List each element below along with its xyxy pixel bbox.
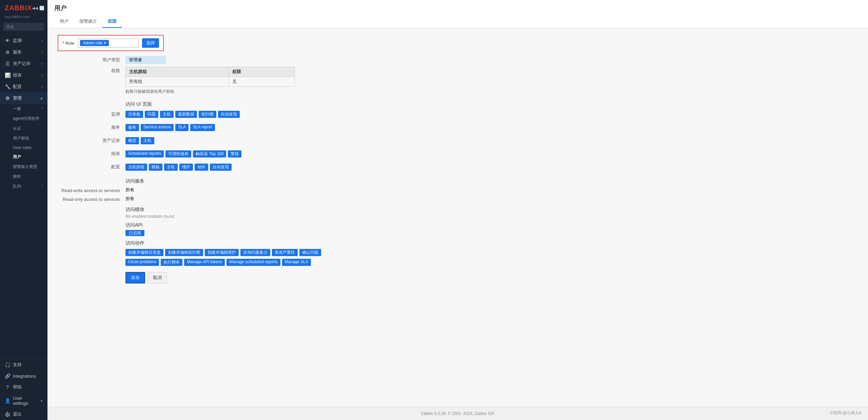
- sidebar-item-label: 管理: [13, 95, 22, 101]
- logo-text: ZABBIX: [5, 4, 32, 12]
- tag-maintenance: 维护: [179, 164, 193, 171]
- action-tags-row2: Close problems 执行脚本 Manage API tokens Ma…: [125, 258, 858, 267]
- chevron-right-icon: ›: [42, 184, 43, 187]
- user-type-value: 管理者: [125, 56, 858, 64]
- action-create-maintenance: 创建并编辑维护: [205, 249, 239, 256]
- sidebar-bottom: 🎧 支持 🔗 Integrations ? 帮助 👤 User settings…: [0, 359, 47, 420]
- user-icon: 👤: [5, 398, 10, 403]
- integrations-icon: 🔗: [5, 373, 10, 379]
- sidebar-item-label: 帮助: [13, 384, 22, 390]
- sidebar-item-service[interactable]: ⚙ 服务 ›: [0, 46, 47, 58]
- tag-dashboard: 仪表板: [125, 111, 143, 118]
- sidebar-item-label: Integrations: [13, 374, 36, 379]
- sidebar-sub-users[interactable]: 用户: [0, 152, 47, 162]
- footer-right: CSDN @小虎儿4: [830, 410, 861, 416]
- tag-problems: 问题: [145, 111, 158, 118]
- select-role-button[interactable]: 选择: [142, 38, 159, 48]
- collapse-icon[interactable]: ◀◀: [32, 6, 38, 10]
- sidebar-sub-queue[interactable]: 队列 ›: [0, 182, 47, 191]
- config-ui-row: 配置 主机群组 模板 主机 维护 动作 自动发现: [58, 163, 858, 173]
- chevron-right-icon: ›: [42, 39, 43, 43]
- sidebar-sub-user-roles[interactable]: User roles: [0, 143, 47, 152]
- tag-latest-data: 最新数据: [175, 111, 197, 118]
- action-manage-scheduled-reports: Manage scheduled reports: [226, 259, 280, 266]
- monitor-ui-row: 监测 仪表板 问题 主机 最新数据 拓扑图 自动发现: [58, 110, 858, 121]
- user-type-label: 用户类型: [58, 56, 125, 63]
- chevron-right-icon: ›: [42, 85, 43, 89]
- sidebar-item-config[interactable]: 🔧 配置 ›: [0, 81, 47, 92]
- reports-ui-row: 报表 Scheduled reports 可用性报表 触发器 Top 100 警…: [58, 150, 858, 160]
- sidebar-sub-scripts[interactable]: 脚本: [0, 172, 47, 182]
- sidebar-item-label: 资产记录: [13, 61, 31, 67]
- chevron-right-icon: ›: [42, 62, 43, 66]
- action-change-severity: 更改严重性: [272, 249, 298, 256]
- sidebar-item-label: 支持: [13, 362, 22, 368]
- sidebar-item-user-settings[interactable]: 👤 User settings ∨: [0, 393, 47, 408]
- chevron-down-icon: ∨: [40, 97, 43, 100]
- tab-media[interactable]: 报警媒介: [74, 16, 102, 28]
- tag-alerts: 警报: [228, 150, 241, 158]
- sidebar-sub-auth[interactable]: 认证: [0, 124, 47, 133]
- sidebar-item-monitor[interactable]: 👁 监测 ›: [0, 35, 47, 46]
- footer-text: Zabbix 6.0.28. © 2001–2024, Zabbix SIA: [421, 411, 495, 416]
- sidebar-item-help[interactable]: ? 帮助: [0, 381, 47, 393]
- sidebar-logo-controls[interactable]: ◀◀ ⬜: [32, 6, 44, 10]
- action-tags: 创建并编辑仪表盘 创建并编辑拓扑图 创建并编辑维护 添加问题备注 更改严重性 确…: [125, 248, 858, 267]
- sidebar-sub-user-groups[interactable]: 用户群组: [0, 133, 47, 143]
- tag-auto-discovery: 自动发现: [210, 164, 232, 171]
- add-button[interactable]: 添加: [125, 272, 145, 284]
- help-icon: ?: [5, 384, 10, 390]
- modules-note: No enabled modules found.: [125, 214, 858, 219]
- tag-hosts: 主机: [160, 111, 174, 118]
- search-input[interactable]: [3, 23, 44, 31]
- action-create-topology: 创建并编辑拓扑图: [165, 249, 203, 256]
- perm-col-permission: 权限: [229, 67, 295, 77]
- chevron-right-icon: ›: [42, 106, 43, 110]
- tag-sla: SLA: [175, 124, 189, 131]
- tab-users[interactable]: 用户: [54, 16, 74, 28]
- action-close-problems: Close problems: [125, 259, 159, 266]
- reports-ui-tags: Scheduled reports 可用性报表 触发器 Top 100 警报: [125, 150, 858, 158]
- role-tag-remove[interactable]: ×: [104, 41, 106, 45]
- chevron-down-icon: ∨: [40, 399, 43, 403]
- action-manage-api-tokens: Manage API tokens: [184, 259, 225, 266]
- monitor-icon: 👁: [5, 38, 10, 43]
- reports-ui-label: 报表: [58, 150, 125, 157]
- sidebar-item-logout[interactable]: ⏻ 退出: [0, 408, 47, 420]
- sidebar-sub-agent-proxy[interactable]: agent代理程序: [0, 114, 47, 124]
- action-create-dashboard: 创建并编辑仪表盘: [125, 249, 163, 256]
- pin-icon[interactable]: ⬜: [39, 6, 44, 10]
- sidebar-item-label: 服务: [13, 49, 22, 55]
- tag-overview: 概览: [125, 137, 139, 144]
- sidebar-sub-general[interactable]: 一般 ›: [0, 104, 47, 114]
- sidebar-sub-media-types[interactable]: 报警媒介类型: [0, 162, 47, 172]
- role-tag: Admin role ×: [80, 40, 108, 46]
- sidebar-item-integrations[interactable]: 🔗 Integrations: [0, 371, 47, 381]
- assets-ui-tags: 概览 主机: [125, 136, 858, 145]
- sidebar-item-support[interactable]: 🎧 支持: [0, 359, 47, 371]
- cancel-button[interactable]: 取消: [148, 272, 167, 284]
- action-tags-row1: 创建并编辑仪表盘 创建并编辑拓扑图 创建并编辑维护 添加问题备注 更改严重性 确…: [125, 248, 858, 257]
- sidebar-item-admin[interactable]: ⚙ 管理 ∨: [0, 92, 47, 104]
- chevron-right-icon: ›: [42, 74, 43, 77]
- rw-services-value: 所有: [125, 187, 858, 193]
- monitor-ui-tags: 仪表板 问题 主机 最新数据 拓扑图 自动发现: [125, 110, 858, 119]
- tag-templates: 模板: [149, 164, 162, 171]
- rw-services-label: Read-write access to services: [58, 187, 125, 193]
- permissions-label: 权限: [58, 67, 125, 74]
- perm-host-group-value: 所有组: [126, 77, 229, 87]
- modules-section-title: 访问模块: [125, 207, 858, 213]
- actions-section-title: 访问动作: [125, 240, 858, 246]
- main-content: 用户 用户 报警媒介 权限 * Role Admin role ×: [47, 0, 868, 420]
- service-ui-label: 服务: [58, 123, 125, 130]
- service-ui-tags: 服务 Service actions SLA SLA report: [125, 123, 858, 132]
- role-input-area[interactable]: Admin role ×: [78, 39, 139, 47]
- sub-label: 一般: [13, 106, 21, 111]
- tab-permissions[interactable]: 权限: [102, 16, 122, 28]
- sidebar-item-label: 配置: [13, 84, 22, 90]
- sidebar-item-reports[interactable]: 📊 报表 ›: [0, 69, 47, 81]
- perm-col-host-group: 主机群组: [126, 67, 229, 77]
- role-row: * Role Admin role × 选择: [58, 35, 164, 51]
- tag-scheduled-reports: Scheduled reports: [125, 150, 164, 158]
- sidebar-item-assets[interactable]: ☰ 资产记录 ›: [0, 58, 47, 69]
